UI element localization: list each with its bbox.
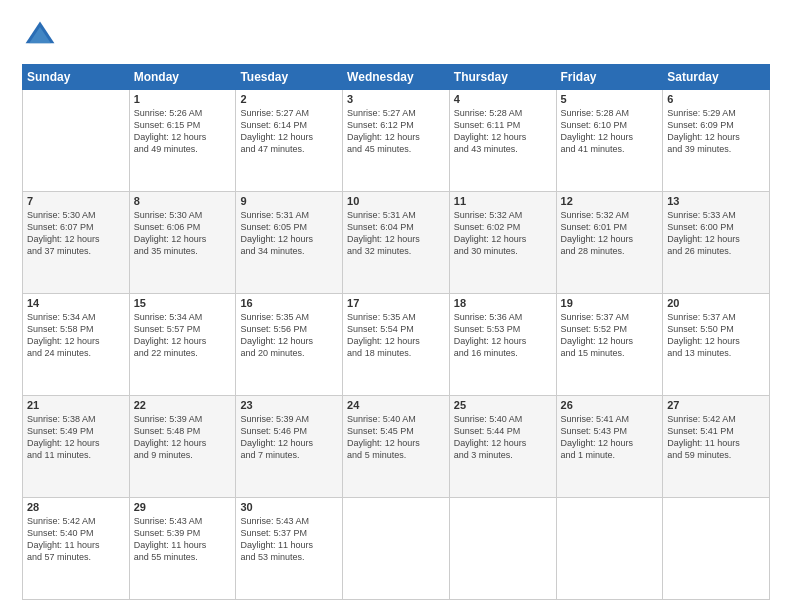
day-info: Sunrise: 5:27 AM Sunset: 6:14 PM Dayligh… <box>240 107 338 156</box>
calendar-week-1: 1Sunrise: 5:26 AM Sunset: 6:15 PM Daylig… <box>23 90 770 192</box>
day-number: 25 <box>454 399 552 411</box>
page: SundayMondayTuesdayWednesdayThursdayFrid… <box>0 0 792 612</box>
calendar-cell: 18Sunrise: 5:36 AM Sunset: 5:53 PM Dayli… <box>449 294 556 396</box>
day-info: Sunrise: 5:35 AM Sunset: 5:56 PM Dayligh… <box>240 311 338 360</box>
day-info: Sunrise: 5:30 AM Sunset: 6:06 PM Dayligh… <box>134 209 232 258</box>
calendar-cell <box>23 90 130 192</box>
calendar-cell: 15Sunrise: 5:34 AM Sunset: 5:57 PM Dayli… <box>129 294 236 396</box>
day-number: 17 <box>347 297 445 309</box>
calendar-cell: 13Sunrise: 5:33 AM Sunset: 6:00 PM Dayli… <box>663 192 770 294</box>
calendar-weekday-thursday: Thursday <box>449 65 556 90</box>
day-info: Sunrise: 5:42 AM Sunset: 5:40 PM Dayligh… <box>27 515 125 564</box>
calendar-week-4: 21Sunrise: 5:38 AM Sunset: 5:49 PM Dayli… <box>23 396 770 498</box>
calendar-week-5: 28Sunrise: 5:42 AM Sunset: 5:40 PM Dayli… <box>23 498 770 600</box>
day-number: 19 <box>561 297 659 309</box>
day-info: Sunrise: 5:37 AM Sunset: 5:50 PM Dayligh… <box>667 311 765 360</box>
day-info: Sunrise: 5:27 AM Sunset: 6:12 PM Dayligh… <box>347 107 445 156</box>
calendar-cell: 28Sunrise: 5:42 AM Sunset: 5:40 PM Dayli… <box>23 498 130 600</box>
calendar-cell: 10Sunrise: 5:31 AM Sunset: 6:04 PM Dayli… <box>343 192 450 294</box>
calendar-cell: 9Sunrise: 5:31 AM Sunset: 6:05 PM Daylig… <box>236 192 343 294</box>
calendar-cell: 21Sunrise: 5:38 AM Sunset: 5:49 PM Dayli… <box>23 396 130 498</box>
day-info: Sunrise: 5:42 AM Sunset: 5:41 PM Dayligh… <box>667 413 765 462</box>
day-number: 13 <box>667 195 765 207</box>
calendar-cell: 19Sunrise: 5:37 AM Sunset: 5:52 PM Dayli… <box>556 294 663 396</box>
calendar-cell: 8Sunrise: 5:30 AM Sunset: 6:06 PM Daylig… <box>129 192 236 294</box>
calendar-cell: 24Sunrise: 5:40 AM Sunset: 5:45 PM Dayli… <box>343 396 450 498</box>
day-number: 26 <box>561 399 659 411</box>
day-number: 8 <box>134 195 232 207</box>
day-info: Sunrise: 5:30 AM Sunset: 6:07 PM Dayligh… <box>27 209 125 258</box>
calendar-cell <box>663 498 770 600</box>
day-info: Sunrise: 5:34 AM Sunset: 5:58 PM Dayligh… <box>27 311 125 360</box>
day-info: Sunrise: 5:39 AM Sunset: 5:48 PM Dayligh… <box>134 413 232 462</box>
day-info: Sunrise: 5:34 AM Sunset: 5:57 PM Dayligh… <box>134 311 232 360</box>
day-info: Sunrise: 5:36 AM Sunset: 5:53 PM Dayligh… <box>454 311 552 360</box>
logo-icon <box>22 18 58 54</box>
calendar-cell: 1Sunrise: 5:26 AM Sunset: 6:15 PM Daylig… <box>129 90 236 192</box>
day-number: 2 <box>240 93 338 105</box>
day-info: Sunrise: 5:33 AM Sunset: 6:00 PM Dayligh… <box>667 209 765 258</box>
day-number: 28 <box>27 501 125 513</box>
day-info: Sunrise: 5:28 AM Sunset: 6:10 PM Dayligh… <box>561 107 659 156</box>
calendar-week-2: 7Sunrise: 5:30 AM Sunset: 6:07 PM Daylig… <box>23 192 770 294</box>
day-number: 24 <box>347 399 445 411</box>
day-info: Sunrise: 5:37 AM Sunset: 5:52 PM Dayligh… <box>561 311 659 360</box>
day-number: 21 <box>27 399 125 411</box>
calendar-weekday-wednesday: Wednesday <box>343 65 450 90</box>
calendar-cell: 26Sunrise: 5:41 AM Sunset: 5:43 PM Dayli… <box>556 396 663 498</box>
calendar-cell: 4Sunrise: 5:28 AM Sunset: 6:11 PM Daylig… <box>449 90 556 192</box>
day-info: Sunrise: 5:40 AM Sunset: 5:44 PM Dayligh… <box>454 413 552 462</box>
calendar-cell: 12Sunrise: 5:32 AM Sunset: 6:01 PM Dayli… <box>556 192 663 294</box>
day-number: 7 <box>27 195 125 207</box>
calendar-cell: 11Sunrise: 5:32 AM Sunset: 6:02 PM Dayli… <box>449 192 556 294</box>
day-info: Sunrise: 5:26 AM Sunset: 6:15 PM Dayligh… <box>134 107 232 156</box>
calendar-cell: 29Sunrise: 5:43 AM Sunset: 5:39 PM Dayli… <box>129 498 236 600</box>
calendar-cell <box>556 498 663 600</box>
calendar-weekday-saturday: Saturday <box>663 65 770 90</box>
day-info: Sunrise: 5:41 AM Sunset: 5:43 PM Dayligh… <box>561 413 659 462</box>
header <box>22 18 770 54</box>
calendar-cell: 5Sunrise: 5:28 AM Sunset: 6:10 PM Daylig… <box>556 90 663 192</box>
day-info: Sunrise: 5:28 AM Sunset: 6:11 PM Dayligh… <box>454 107 552 156</box>
calendar-cell: 7Sunrise: 5:30 AM Sunset: 6:07 PM Daylig… <box>23 192 130 294</box>
day-number: 22 <box>134 399 232 411</box>
calendar-weekday-tuesday: Tuesday <box>236 65 343 90</box>
calendar-weekday-sunday: Sunday <box>23 65 130 90</box>
day-number: 1 <box>134 93 232 105</box>
calendar-table: SundayMondayTuesdayWednesdayThursdayFrid… <box>22 64 770 600</box>
day-number: 29 <box>134 501 232 513</box>
calendar-cell <box>343 498 450 600</box>
calendar-header-row: SundayMondayTuesdayWednesdayThursdayFrid… <box>23 65 770 90</box>
day-info: Sunrise: 5:40 AM Sunset: 5:45 PM Dayligh… <box>347 413 445 462</box>
calendar-cell: 6Sunrise: 5:29 AM Sunset: 6:09 PM Daylig… <box>663 90 770 192</box>
day-number: 30 <box>240 501 338 513</box>
day-info: Sunrise: 5:32 AM Sunset: 6:01 PM Dayligh… <box>561 209 659 258</box>
day-number: 27 <box>667 399 765 411</box>
day-info: Sunrise: 5:39 AM Sunset: 5:46 PM Dayligh… <box>240 413 338 462</box>
calendar-cell: 20Sunrise: 5:37 AM Sunset: 5:50 PM Dayli… <box>663 294 770 396</box>
day-number: 14 <box>27 297 125 309</box>
day-info: Sunrise: 5:31 AM Sunset: 6:04 PM Dayligh… <box>347 209 445 258</box>
day-number: 11 <box>454 195 552 207</box>
logo <box>22 18 62 54</box>
day-number: 6 <box>667 93 765 105</box>
day-info: Sunrise: 5:32 AM Sunset: 6:02 PM Dayligh… <box>454 209 552 258</box>
calendar-cell: 30Sunrise: 5:43 AM Sunset: 5:37 PM Dayli… <box>236 498 343 600</box>
calendar-cell: 17Sunrise: 5:35 AM Sunset: 5:54 PM Dayli… <box>343 294 450 396</box>
calendar-cell: 25Sunrise: 5:40 AM Sunset: 5:44 PM Dayli… <box>449 396 556 498</box>
day-info: Sunrise: 5:43 AM Sunset: 5:39 PM Dayligh… <box>134 515 232 564</box>
day-number: 9 <box>240 195 338 207</box>
day-number: 3 <box>347 93 445 105</box>
calendar-cell: 27Sunrise: 5:42 AM Sunset: 5:41 PM Dayli… <box>663 396 770 498</box>
day-info: Sunrise: 5:38 AM Sunset: 5:49 PM Dayligh… <box>27 413 125 462</box>
day-info: Sunrise: 5:31 AM Sunset: 6:05 PM Dayligh… <box>240 209 338 258</box>
day-info: Sunrise: 5:43 AM Sunset: 5:37 PM Dayligh… <box>240 515 338 564</box>
calendar-weekday-monday: Monday <box>129 65 236 90</box>
day-number: 23 <box>240 399 338 411</box>
day-number: 10 <box>347 195 445 207</box>
calendar-cell: 22Sunrise: 5:39 AM Sunset: 5:48 PM Dayli… <box>129 396 236 498</box>
calendar-cell <box>449 498 556 600</box>
day-number: 18 <box>454 297 552 309</box>
day-number: 20 <box>667 297 765 309</box>
calendar-cell: 14Sunrise: 5:34 AM Sunset: 5:58 PM Dayli… <box>23 294 130 396</box>
